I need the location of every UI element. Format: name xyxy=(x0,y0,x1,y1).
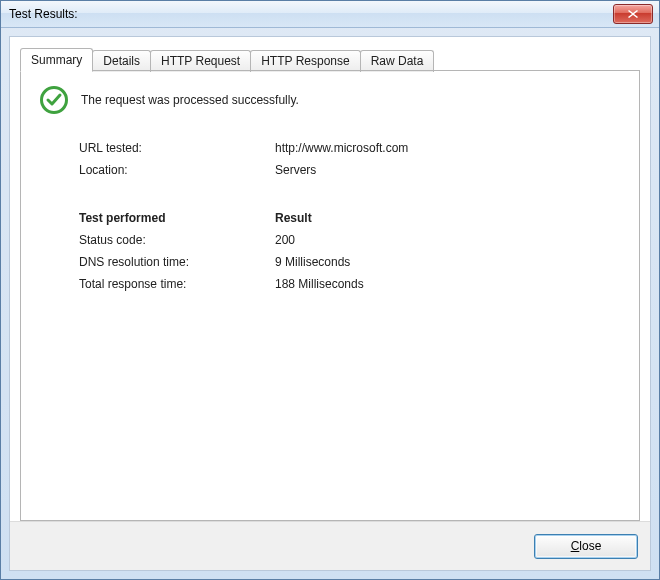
label-dns-resolution-time: DNS resolution time: xyxy=(79,255,269,269)
grid-spacer xyxy=(79,185,621,203)
status-message: The request was processed successfully. xyxy=(81,93,299,107)
close-button[interactable]: Close xyxy=(534,534,638,559)
tabstrip-baseline xyxy=(20,70,640,71)
dialog-footer: Close xyxy=(10,521,650,570)
titlebar: Test Results: xyxy=(1,1,659,28)
value-dns-resolution-time: 9 Milliseconds xyxy=(275,255,621,269)
success-check-icon xyxy=(39,85,69,115)
tabpage-summary: The request was processed successfully. … xyxy=(20,71,640,521)
header-result: Result xyxy=(275,211,621,225)
label-status-code: Status code: xyxy=(79,233,269,247)
tab-details[interactable]: Details xyxy=(92,50,151,72)
status-row: The request was processed successfully. xyxy=(39,85,621,115)
label-total-response-time: Total response time: xyxy=(79,277,269,291)
header-test-performed: Test performed xyxy=(79,211,269,225)
client-area: Summary Details HTTP Request HTTP Respon… xyxy=(9,36,651,571)
label-location: Location: xyxy=(79,163,269,177)
tab-label: Summary xyxy=(31,53,82,67)
summary-grid: URL tested: http://www.microsoft.com Loc… xyxy=(79,141,621,291)
value-location: Servers xyxy=(275,163,621,177)
close-icon xyxy=(628,10,638,18)
tabstrip: Summary Details HTTP Request HTTP Respon… xyxy=(10,37,650,71)
tab-http-request[interactable]: HTTP Request xyxy=(150,50,251,72)
tab-label: Details xyxy=(103,54,140,68)
window-close-button[interactable] xyxy=(613,4,653,24)
tab-raw-data[interactable]: Raw Data xyxy=(360,50,435,72)
value-total-response-time: 188 Milliseconds xyxy=(275,277,621,291)
tab-http-response[interactable]: HTTP Response xyxy=(250,50,360,72)
label-url-tested: URL tested: xyxy=(79,141,269,155)
window-title: Test Results: xyxy=(9,7,78,21)
tab-label: HTTP Response xyxy=(261,54,349,68)
value-url-tested: http://www.microsoft.com xyxy=(275,141,621,155)
dialog-window: Test Results: Summary Details HTTP Reque… xyxy=(0,0,660,580)
close-button-label-rest: lose xyxy=(579,539,601,553)
tab-label: HTTP Request xyxy=(161,54,240,68)
tab-summary[interactable]: Summary xyxy=(20,48,93,72)
close-button-mnemonic: C xyxy=(571,539,580,553)
value-status-code: 200 xyxy=(275,233,621,247)
tab-label: Raw Data xyxy=(371,54,424,68)
